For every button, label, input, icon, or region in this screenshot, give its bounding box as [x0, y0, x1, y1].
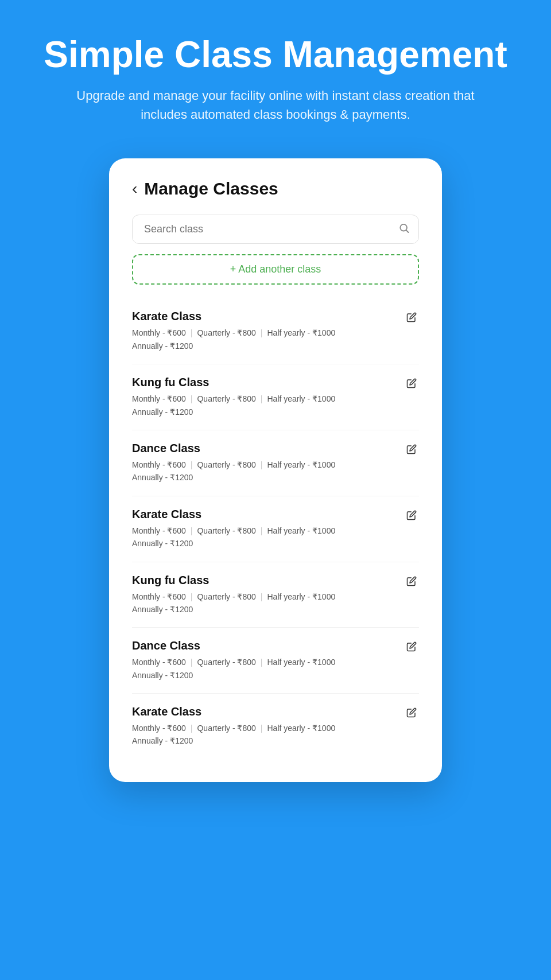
list-item: Karate Class Monthly - ₹600 | Quarterly … — [132, 694, 419, 759]
class-pricing: Monthly - ₹600 | Quarterly - ₹800 | Half… — [132, 524, 397, 550]
list-item: Karate Class Monthly - ₹600 | Quarterly … — [132, 496, 419, 562]
class-info: Karate Class Monthly - ₹600 | Quarterly … — [132, 310, 397, 352]
manage-classes-card: ‹ Manage Classes + Add another class Kar… — [109, 158, 442, 781]
list-item: Kung fu Class Monthly - ₹600 | Quarterly… — [132, 364, 419, 430]
list-item: Dance Class Monthly - ₹600 | Quarterly -… — [132, 628, 419, 694]
class-info: Dance Class Monthly - ₹600 | Quarterly -… — [132, 442, 397, 484]
card-header: ‹ Manage Classes — [132, 179, 419, 199]
edit-class-button[interactable] — [404, 705, 419, 723]
list-item: Kung fu Class Monthly - ₹600 | Quarterly… — [132, 562, 419, 628]
class-pricing: Monthly - ₹600 | Quarterly - ₹800 | Half… — [132, 722, 397, 748]
class-name: Dance Class — [132, 639, 397, 652]
class-info: Dance Class Monthly - ₹600 | Quarterly -… — [132, 639, 397, 682]
class-name: Karate Class — [132, 508, 397, 521]
hero-subtitle: Upgrade and manage your facility online … — [75, 86, 476, 124]
class-name: Karate Class — [132, 310, 397, 323]
class-pricing: Monthly - ₹600 | Quarterly - ₹800 | Half… — [132, 458, 397, 484]
search-container — [132, 215, 419, 244]
class-name: Kung fu Class — [132, 574, 397, 587]
class-list: Karate Class Monthly - ₹600 | Quarterly … — [132, 298, 419, 759]
svg-line-1 — [406, 230, 409, 232]
card-title: Manage Classes — [144, 179, 278, 199]
class-pricing: Monthly - ₹600 | Quarterly - ₹800 | Half… — [132, 326, 397, 352]
back-button[interactable]: ‹ — [132, 181, 137, 197]
class-info: Karate Class Monthly - ₹600 | Quarterly … — [132, 508, 397, 550]
class-pricing: Monthly - ₹600 | Quarterly - ₹800 | Half… — [132, 392, 397, 418]
class-name: Karate Class — [132, 705, 397, 718]
edit-class-button[interactable] — [404, 574, 419, 592]
search-input[interactable] — [132, 215, 419, 244]
class-info: Kung fu Class Monthly - ₹600 | Quarterly… — [132, 574, 397, 616]
class-name: Dance Class — [132, 442, 397, 455]
edit-class-button[interactable] — [404, 310, 419, 328]
search-icon — [398, 222, 410, 236]
edit-class-button[interactable] — [404, 508, 419, 526]
class-info: Karate Class Monthly - ₹600 | Quarterly … — [132, 705, 397, 748]
add-class-button[interactable]: + Add another class — [132, 254, 419, 285]
edit-class-button[interactable] — [404, 639, 419, 657]
list-item: Dance Class Monthly - ₹600 | Quarterly -… — [132, 430, 419, 496]
hero-title: Simple Class Management — [44, 34, 507, 75]
list-item: Karate Class Monthly - ₹600 | Quarterly … — [132, 298, 419, 364]
class-pricing: Monthly - ₹600 | Quarterly - ₹800 | Half… — [132, 590, 397, 616]
edit-class-button[interactable] — [404, 376, 419, 394]
class-pricing: Monthly - ₹600 | Quarterly - ₹800 | Half… — [132, 656, 397, 682]
class-name: Kung fu Class — [132, 376, 397, 389]
class-info: Kung fu Class Monthly - ₹600 | Quarterly… — [132, 376, 397, 418]
edit-class-button[interactable] — [404, 442, 419, 460]
